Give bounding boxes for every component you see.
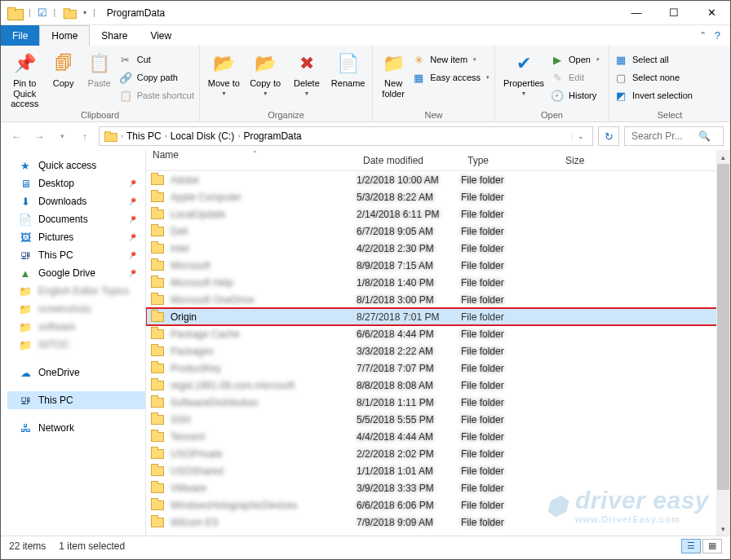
up-button[interactable]: ↑ (76, 127, 94, 145)
scroll-down-icon[interactable]: ▾ (716, 522, 730, 536)
copy-to-button[interactable]: 📂 Copy to▼ (246, 49, 285, 97)
sidebar-network[interactable]: 🖧Network (7, 419, 145, 437)
search-box[interactable]: 🔍 (624, 126, 724, 146)
chevron-right-icon[interactable]: › (165, 132, 167, 140)
sidebar-this-pc[interactable]: 🖳This PC (7, 391, 145, 409)
table-row[interactable]: SSH5/5/2018 5:55 PMFile folder (146, 411, 730, 428)
sidebar-item[interactable]: 📁00TOC (7, 336, 145, 354)
select-none-button[interactable]: ▢Select none (614, 68, 693, 86)
sidebar-onedrive[interactable]: ☁OneDrive (7, 364, 145, 381)
qat-overflow-icon[interactable]: ▾ (83, 9, 86, 16)
chevron-right-icon[interactable]: › (121, 132, 123, 140)
delete-button[interactable]: ✖ Delete▼ (288, 49, 326, 97)
table-row[interactable]: regid.1991-06.com.microsoft8/8/2018 8:08… (146, 377, 730, 394)
sidebar-item[interactable]: 📁screenshots (7, 300, 145, 318)
table-row[interactable]: Packages3/3/2018 2:22 AMFile folder (146, 342, 730, 359)
new-item-button[interactable]: ✳New item▾ (412, 51, 490, 68)
table-row[interactable]: Apple Computer5/3/2018 8:22 AMFile folde… (146, 188, 730, 205)
table-row[interactable]: Package Cache6/6/2018 4:44 PMFile folder (146, 325, 730, 342)
breadcrumb-drive[interactable]: Local Disk (C:) (171, 130, 235, 142)
invert-selection-button[interactable]: ◩Invert selection (614, 86, 693, 104)
back-button[interactable]: ← (7, 127, 25, 145)
table-row[interactable]: SoftwareDistribution8/1/2018 1:11 PMFile… (146, 394, 730, 411)
scroll-up-icon[interactable]: ▴ (716, 150, 730, 164)
address-dropdown-icon[interactable]: ⌄ (572, 132, 589, 140)
table-row[interactable]: USOShared1/1/2018 1:01 AMFile folder (146, 462, 730, 479)
large-icons-view-button[interactable]: ▦ (702, 539, 722, 553)
open-button[interactable]: ▶Open▾ (551, 51, 600, 68)
recent-locations-button[interactable]: ▾ (53, 127, 71, 145)
new-folder-button[interactable]: 📁 New folder (378, 49, 409, 99)
refresh-button[interactable]: ↻ (598, 126, 619, 146)
history-button[interactable]: 🕘History (551, 86, 600, 104)
sidebar-item[interactable]: 📁English Editor Topics (7, 282, 145, 300)
col-header-date[interactable]: Date modified (357, 150, 461, 170)
minimize-button[interactable]: — (618, 1, 655, 25)
table-row[interactable]: Wilcom ES7/9/2018 9:09 AMFile folder (146, 514, 730, 531)
tab-file[interactable]: File (1, 25, 39, 46)
details-view-button[interactable]: ☰ (681, 539, 701, 553)
file-type: File folder (461, 500, 559, 511)
table-row[interactable]: ProductKey7/7/2018 7:07 PMFile folder (146, 359, 730, 377)
qat-folder-icon[interactable] (64, 8, 75, 17)
forward-button[interactable]: → (30, 127, 48, 145)
search-input[interactable] (630, 130, 693, 143)
tab-home[interactable]: Home (39, 25, 90, 46)
breadcrumb-this-pc[interactable]: This PC (126, 130, 162, 142)
chevron-right-icon[interactable]: › (237, 132, 240, 140)
edit-button[interactable]: ✎Edit (551, 68, 600, 86)
help-icon[interactable]: ? (715, 29, 720, 42)
select-all-button[interactable]: ▦Select all (614, 51, 693, 68)
sidebar-downloads[interactable]: ⬇Downloads📍 (7, 192, 145, 210)
easy-access-button[interactable]: ▦Easy access▾ (412, 68, 490, 86)
table-row[interactable]: WindowsHolographicDevices6/6/2018 6:06 P… (146, 496, 730, 514)
sidebar-this-pc-pinned[interactable]: 🖳This PC📍 (7, 246, 145, 264)
table-row[interactable]: Microsoft8/9/2018 7:15 AMFile folder (146, 257, 730, 274)
paste-shortcut-button[interactable]: 📋Paste shortcut (119, 86, 194, 104)
move-to-button[interactable]: 📂 Move to▼ (205, 49, 243, 97)
sidebar-documents[interactable]: 📄Documents📍 (7, 210, 145, 228)
col-header-size[interactable]: Size (559, 150, 624, 170)
properties-button[interactable]: ✔ Properties▼ (500, 49, 547, 97)
sidebar-google-drive[interactable]: ▲Google Drive📍 (7, 264, 145, 282)
paste-button[interactable]: 📋 Paste (83, 49, 116, 89)
copy-button[interactable]: 🗐 Copy (47, 49, 80, 89)
search-icon[interactable]: 🔍 (698, 130, 711, 142)
table-row[interactable]: Adobe1/2/2018 10:00 AMFile folder (146, 171, 730, 188)
col-header-name[interactable]: ⌃ Name (146, 150, 357, 170)
col-header-type[interactable]: Type (461, 150, 559, 170)
table-row[interactable]: USOPrivate2/2/2018 2:02 PMFile folder (146, 445, 730, 462)
rename-icon: 📄 (335, 51, 361, 77)
rename-button[interactable]: 📄 Rename (329, 49, 367, 89)
tab-share[interactable]: Share (90, 25, 139, 46)
table-row[interactable]: VMware3/9/2018 3:33 PMFile folder (146, 479, 730, 496)
group-clipboard-label: Clipboard (1, 109, 199, 121)
table-row[interactable]: Microsoft OneDrive8/1/2018 3:00 PMFile f… (146, 291, 730, 308)
table-row[interactable]: Dell6/7/2018 9:05 AMFile folder (146, 223, 730, 240)
table-row[interactable]: Tencent4/4/2018 4:44 AMFile folder (146, 428, 730, 445)
table-row-origin[interactable]: Origin8/27/2018 7:01 PMFile folder (146, 308, 730, 325)
sidebar-quick-access[interactable]: ★Quick access (7, 157, 145, 174)
copy-path-button[interactable]: 🔗Copy path (119, 68, 194, 86)
cut-button[interactable]: ✂Cut (119, 51, 194, 68)
maximize-button[interactable]: ☐ (655, 1, 693, 25)
sidebar-desktop[interactable]: 🖥Desktop📍 (7, 174, 145, 192)
table-row[interactable]: Intel4/2/2018 2:30 PMFile folder (146, 240, 730, 257)
close-button[interactable]: ✕ (693, 1, 730, 25)
breadcrumb-folder[interactable]: ProgramData (243, 130, 301, 142)
scrollbar-thumb[interactable] (717, 164, 729, 490)
new-item-label: New item (430, 55, 467, 64)
pc-icon: 🖳 (19, 394, 32, 407)
vertical-scrollbar[interactable]: ▴ ▾ (716, 150, 730, 536)
pin-quick-access-button[interactable]: 📌 Pin to Quick access (6, 49, 44, 109)
qat-check-icon[interactable]: ☑ (38, 7, 47, 19)
tab-view[interactable]: View (139, 25, 183, 46)
sidebar-item[interactable]: 📁software (7, 318, 145, 336)
file-type: File folder (461, 414, 559, 426)
sidebar-pictures[interactable]: 🖼Pictures📍 (7, 228, 145, 246)
address-bar[interactable]: › This PC › Local Disk (C:) › ProgramDat… (99, 126, 593, 146)
file-date: 8/9/2018 7:15 AM (357, 260, 461, 271)
table-row[interactable]: LocalUpdate2/14/2018 6:11 PMFile folder (146, 205, 730, 223)
ribbon-collapse-icon[interactable]: ⌃ (699, 30, 707, 41)
table-row[interactable]: Microsoft Help1/8/2018 1:40 PMFile folde… (146, 274, 730, 291)
